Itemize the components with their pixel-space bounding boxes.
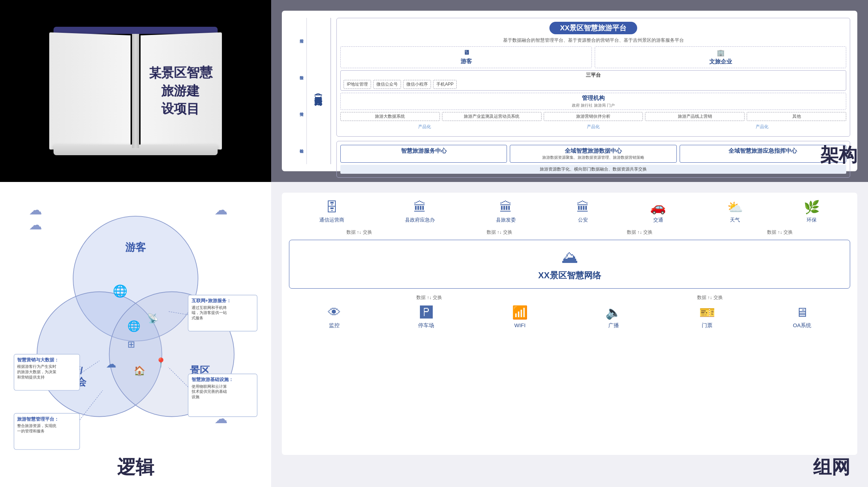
svg-text:🏠: 🏠 bbox=[134, 365, 146, 376]
productize-3: 产品化 bbox=[756, 124, 768, 130]
network-inner: 🗄 通信运营商 🏛 县政府应急办 🏛 县旅发委 🏛 公安 🚗 交通 ⛅ 天 bbox=[282, 193, 857, 455]
enterprise-label: 文旅企业 bbox=[599, 58, 842, 66]
tourism-icon: 🏛 bbox=[499, 200, 512, 215]
data-exchange-bar: 旅游资源数字化、横向部门数据融合、数据资源共享交换 bbox=[340, 165, 846, 174]
svg-text:式服务: 式服务 bbox=[192, 316, 203, 320]
platform-box: XX景区智慧旅游平台 基于数据融合的智慧管理平台、基于资源整合的营销平台、基于吉… bbox=[336, 18, 850, 137]
svg-text:一的管理和服务: 一的管理和服务 bbox=[17, 429, 45, 433]
services-row: 旅游大数据系统 旅游产业监测及运营动员系统 旅游营销伙伴分析 旅游产品线上营销 … bbox=[340, 112, 846, 121]
svg-text:游客: 游客 bbox=[125, 241, 146, 253]
svg-text:☁: ☁ bbox=[29, 218, 42, 232]
wifi-icon: 📶 bbox=[512, 305, 528, 320]
sanpingtai-item-1: IP地址管理 bbox=[344, 80, 371, 89]
productize-1: 产品化 bbox=[418, 124, 431, 130]
smart-emergency-title: 全域智慧旅游应急指挥中心 bbox=[684, 147, 842, 155]
exchange-1: 数据 ↑↓ 交换 bbox=[346, 229, 372, 235]
ticket-icon: 🎫 bbox=[699, 305, 715, 320]
telecom-label: 通信运营商 bbox=[319, 217, 344, 223]
svg-text:⊞: ⊞ bbox=[127, 339, 135, 349]
arch-sidebar: 一张网（高速光纤网） bbox=[310, 18, 331, 164]
device-parking: 🅿 停车场 bbox=[418, 305, 434, 329]
svg-text:📡: 📡 bbox=[147, 313, 159, 324]
agency-telecom: 🗄 通信运营商 bbox=[319, 200, 344, 223]
sanpingtai-item-2: 微信公众号 bbox=[373, 80, 401, 89]
platform-title-row: XX景区智慧旅游平台 bbox=[340, 22, 846, 34]
tourism-label: 县旅发委 bbox=[496, 217, 516, 223]
exchange-b-1: 数据 ↑↓ 交换 bbox=[416, 294, 442, 301]
mgmt-sub: 政府 旅行社 旅游局 门户 bbox=[344, 103, 842, 108]
emergency-label: 县政府应急办 bbox=[405, 217, 435, 223]
sanpingtai-item-3: 微信小程序 bbox=[403, 80, 431, 89]
arch-panel: 应用传输 数据传输 支撑传输 基础传输 一张网（高速光纤网） XX景区智慧旅游平… bbox=[271, 0, 868, 182]
smart-service-row: 智慧旅游服务中心 全域智慧旅游数据中心 旅游数据资源聚集、旅游数据资源管理、旅游… bbox=[340, 145, 846, 163]
svg-text:端，为游客提供一站: 端，为游客提供一站 bbox=[192, 310, 227, 315]
mgmt-label: 管理机构 bbox=[344, 95, 842, 102]
arch-label: 架构 bbox=[820, 143, 857, 168]
tourist-icon: 🖥 bbox=[344, 49, 588, 56]
police-label: 公安 bbox=[578, 217, 588, 223]
user-tourist: 🖥 游客 bbox=[340, 46, 592, 68]
weather-label: 天气 bbox=[730, 217, 740, 223]
svg-text:设施: 设施 bbox=[192, 395, 199, 399]
svg-text:使用物联网和云计算: 使用物联网和云计算 bbox=[192, 384, 227, 389]
smart-data-center: 全域智慧旅游数据中心 旅游数据资源聚集、旅游数据资源管理、旅游数据营销策略 bbox=[510, 145, 676, 163]
env-label: 环保 bbox=[807, 217, 817, 223]
exchange-b-2: 数据 ↑↓ 交换 bbox=[697, 294, 723, 301]
exchange-b-label-2: 数据 ↑↓ 交换 bbox=[697, 294, 723, 301]
agency-police: 🏛 公安 bbox=[577, 200, 589, 223]
productize-2: 产品化 bbox=[587, 124, 600, 130]
network-center-title: XX景区智慧网络 bbox=[296, 270, 843, 281]
mgmt-box: 管理机构 政府 旅行社 旅游局 门户 bbox=[340, 93, 846, 110]
platform-users-row: 🖥 游客 🏢 文旅企业 三平台 IP地址 bbox=[340, 46, 846, 131]
agency-env: 🌿 环保 bbox=[804, 200, 820, 223]
traffic-label: 交通 bbox=[653, 217, 663, 223]
agency-traffic: 🚗 交通 bbox=[650, 200, 666, 223]
svg-text:☁: ☁ bbox=[214, 203, 228, 217]
exchange-row-bottom: 数据 ↑↓ 交换 数据 ↑↓ 交换 bbox=[289, 294, 850, 301]
broadcast-label: 广播 bbox=[608, 322, 619, 329]
device-camera: 👁 监控 bbox=[328, 305, 341, 329]
weather-icon: ⛅ bbox=[727, 200, 743, 215]
svg-text:通过互联网和手机终: 通过互联网和手机终 bbox=[192, 305, 227, 310]
service-3: 旅游营销伙伴分析 bbox=[544, 112, 643, 121]
device-broadcast: 🔈 广播 bbox=[605, 305, 621, 329]
svg-text:🌐: 🌐 bbox=[113, 284, 128, 298]
oa-icon: 🖥 bbox=[796, 305, 808, 320]
ticket-label: 门票 bbox=[702, 322, 712, 329]
sanpingtai-item-4: 手机APP bbox=[433, 80, 457, 89]
emergency-icon: 🏛 bbox=[413, 200, 426, 215]
logic-panel: ☁ ☁ ☁ ☁ ☁ 游客 政府/ 管委会 景区 🌐 🌐 📡 ⊞ ☁ 🏠 📍 bbox=[0, 182, 271, 487]
exchange-label-2: 数据 ↑↓ 交换 bbox=[487, 229, 512, 235]
tourist-label: 游客 bbox=[344, 58, 588, 65]
book-spine bbox=[132, 34, 139, 148]
wifi-label: WIFI bbox=[514, 322, 526, 328]
svg-text:📍: 📍 bbox=[155, 357, 167, 368]
network-bottom-row: 👁 监控 🅿 停车场 📶 WIFI 🔈 广播 🎫 门票 🖥 OA系统 bbox=[289, 305, 850, 329]
logic-label: 逻辑 bbox=[117, 455, 154, 480]
service-2: 旅游产业监测及运营动员系统 bbox=[442, 112, 542, 121]
agency-emergency: 🏛 县政府应急办 bbox=[405, 200, 435, 223]
service-1: 旅游大数据系统 bbox=[340, 112, 440, 121]
parking-icon: 🅿 bbox=[420, 305, 433, 320]
book-cover-top bbox=[54, 27, 218, 34]
book-container: 某景区智慧旅游建 设项目 bbox=[50, 27, 221, 155]
network-center-icon: ⛰ bbox=[296, 247, 843, 267]
svg-text:☁: ☁ bbox=[106, 358, 116, 370]
svg-text:的旅游大数据，为决策: 的旅游大数据，为决策 bbox=[17, 370, 56, 374]
parking-label: 停车场 bbox=[418, 322, 434, 329]
book-title: 某景区智慧旅游建 设项目 bbox=[141, 56, 222, 126]
traffic-icon: 🚗 bbox=[650, 200, 666, 215]
svg-text:旅游智慧管理平台：: 旅游智慧管理平台： bbox=[17, 416, 59, 422]
arch-content: XX景区智慧旅游平台 基于数据融合的智慧管理平台、基于资源整合的营销平台、基于吉… bbox=[336, 18, 850, 164]
arch-inner: 应用传输 数据传输 支撑传输 基础传输 一张网（高速光纤网） XX景区智慧旅游平… bbox=[282, 11, 857, 171]
sanpingtai-box: 三平台 IP地址管理 微信公众号 微信小程序 手机APP bbox=[340, 70, 846, 91]
user-enterprise: 🏢 文旅企业 bbox=[595, 46, 846, 68]
network-center-box: ⛰ XX景区智慧网络 bbox=[289, 240, 850, 289]
platform-subtitle: 基于数据融合的智慧管理平台、基于资源整合的营销平台、基于吉州景区的游客服务平台 bbox=[340, 37, 846, 44]
service-5: 其他 bbox=[747, 112, 846, 121]
sanpingtai-label: 三平台 bbox=[344, 72, 843, 78]
broadcast-icon: 🔈 bbox=[605, 305, 621, 320]
camera-label: 监控 bbox=[329, 322, 340, 329]
svg-text:和营销提供支持: 和营销提供支持 bbox=[17, 375, 45, 379]
sanpingtai-items: IP地址管理 微信公众号 微信小程序 手机APP bbox=[344, 80, 843, 89]
